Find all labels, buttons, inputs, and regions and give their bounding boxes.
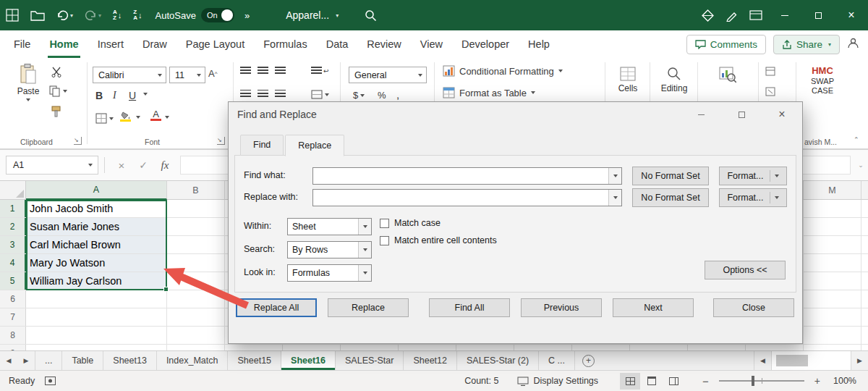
row-header[interactable]: 2 (0, 218, 26, 235)
new-sheet-button[interactable]: + (582, 355, 595, 367)
normal-view-button[interactable] (620, 373, 640, 390)
display-settings-button[interactable]: Display Settings (517, 376, 598, 386)
close-button[interactable]: Close (713, 298, 794, 317)
cell-a3[interactable]: Carl Michael Brown (26, 236, 167, 253)
pen-icon[interactable] (720, 0, 744, 30)
tab-developer[interactable]: Developer (452, 30, 519, 58)
tab-file[interactable]: File (4, 30, 40, 58)
dialog-minimize-icon[interactable] (681, 102, 721, 127)
dialog-maximize-icon[interactable] (721, 102, 762, 127)
tab-insert[interactable]: Insert (88, 30, 133, 58)
dropdown-arrow-icon[interactable] (608, 190, 621, 206)
dropdown-arrow-icon[interactable] (608, 168, 621, 184)
replace-button[interactable]: Replace (328, 298, 409, 317)
underline-dropdown-icon[interactable] (143, 93, 148, 96)
tab-find[interactable]: Find (240, 135, 284, 156)
checkbox-icon[interactable] (380, 236, 389, 245)
cell-a1[interactable]: John Jacob Smith (26, 200, 167, 217)
next-button[interactable]: Next (613, 298, 694, 317)
grow-font-icon[interactable]: A^ (208, 68, 217, 79)
conditional-formatting-button[interactable]: Conditional Formatting (443, 65, 563, 77)
autosave-toggle[interactable]: On (201, 8, 234, 22)
column-header-a[interactable]: A (26, 181, 167, 200)
close-button[interactable]: × (835, 0, 868, 30)
cut-icon[interactable] (51, 67, 62, 77)
tab-page-layout[interactable]: Page Layout (176, 30, 254, 58)
sort-az-icon[interactable]: AZ ↓ (107, 0, 127, 30)
align-left-icon[interactable] (240, 90, 251, 98)
page-break-view-button[interactable] (663, 373, 684, 390)
wrap-text-icon[interactable]: ↩ (311, 67, 329, 75)
font-dialog-launcher[interactable]: ↘ (217, 137, 225, 145)
fill-color-dropdown-icon[interactable] (136, 116, 140, 119)
person-icon[interactable] (847, 38, 859, 51)
borders-icon[interactable] (95, 113, 114, 124)
clipboard-dialog-launcher[interactable]: ↘ (74, 137, 82, 145)
match-case-checkbox[interactable]: Match case (380, 218, 441, 228)
sheet-tab-index-match[interactable]: Index_Match (157, 351, 229, 370)
sheet-tab-table[interactable]: Table (62, 351, 103, 370)
sheet-tab-sheet15[interactable]: Sheet15 (228, 351, 281, 370)
paste-dropdown-icon[interactable] (26, 98, 30, 101)
look-in-dropdown[interactable]: Formulas (287, 264, 372, 282)
cancel-icon[interactable]: × (111, 159, 132, 172)
addin-icon[interactable] (765, 67, 775, 76)
row-header[interactable]: 4 (0, 254, 26, 272)
addin-icon[interactable] (765, 87, 775, 96)
open-icon[interactable] (25, 0, 51, 30)
percent-icon[interactable]: % (378, 90, 386, 101)
excel-app-icon[interactable] (0, 0, 25, 30)
replace-format-button[interactable]: Format... (719, 188, 787, 207)
more-sheets[interactable]: ... (35, 351, 62, 370)
cells-button[interactable]: Cells (610, 67, 645, 93)
italic-icon[interactable]: I (113, 90, 116, 101)
format-as-table-button[interactable]: Format as Table (443, 87, 535, 98)
hscroll-track[interactable] (771, 351, 851, 370)
row-header[interactable]: 8 (0, 327, 26, 344)
tab-view[interactable]: View (411, 30, 452, 58)
hscroll-thumb[interactable] (776, 355, 808, 366)
dropdown-arrow-icon[interactable] (358, 219, 371, 235)
sheet-tab-sheet16[interactable]: Sheet16 (281, 351, 336, 370)
tab-help[interactable]: Help (519, 30, 559, 58)
ribbon-display-options-icon[interactable] (744, 0, 768, 30)
align-center-icon[interactable] (258, 90, 268, 98)
maximize-button[interactable] (801, 0, 835, 30)
replace-with-combo[interactable] (312, 189, 622, 206)
within-dropdown[interactable]: Sheet (287, 218, 372, 235)
cell-a6[interactable] (26, 290, 167, 308)
enter-icon[interactable]: ✓ (132, 159, 154, 171)
sheet-tab-partial[interactable]: C ... (539, 351, 575, 370)
dropdown-arrow-icon[interactable] (358, 242, 371, 258)
row-header[interactable]: 7 (0, 308, 26, 326)
format-dropdown-icon[interactable] (775, 175, 779, 177)
cell-a7[interactable] (26, 308, 167, 326)
underline-icon[interactable]: U (129, 90, 136, 101)
cell-a5[interactable]: William Jay Carlson (26, 272, 167, 290)
cell-a9[interactable] (26, 345, 167, 350)
align-top-icon[interactable] (240, 67, 251, 75)
globe-icon[interactable] (696, 0, 720, 30)
macro-record-icon[interactable] (45, 377, 56, 385)
fill-color-icon[interactable] (120, 112, 131, 122)
collapse-ribbon-icon[interactable]: ⌃ (854, 136, 859, 143)
name-box-dropdown-icon[interactable] (88, 164, 93, 167)
find-all-button[interactable]: Find All (429, 298, 510, 317)
row-header[interactable]: 9 (0, 345, 26, 350)
paste-button[interactable]: Paste (12, 64, 45, 101)
column-header[interactable]: B (167, 181, 225, 200)
undo-icon[interactable]: ▾ (51, 0, 79, 30)
sheets-scroll-left-icon[interactable]: ◀ (0, 351, 17, 370)
format-dropdown-icon[interactable] (775, 196, 779, 199)
undo-dropdown-icon[interactable]: ▾ (70, 12, 73, 19)
sheet-tab-sales-star[interactable]: SALES-Star (336, 351, 404, 370)
select-all-corner[interactable] (0, 181, 26, 200)
hscroll-left-icon[interactable]: ◀ (754, 351, 771, 370)
font-size-combo[interactable]: 11 (169, 67, 205, 83)
row-header[interactable]: 3 (0, 236, 26, 253)
copy-dropdown-icon[interactable] (63, 90, 67, 93)
tab-replace[interactable]: Replace (285, 135, 344, 156)
tab-formulas[interactable]: Formulas (254, 30, 316, 58)
comments-button[interactable]: Comments (686, 35, 766, 54)
align-right-icon[interactable] (275, 90, 286, 98)
